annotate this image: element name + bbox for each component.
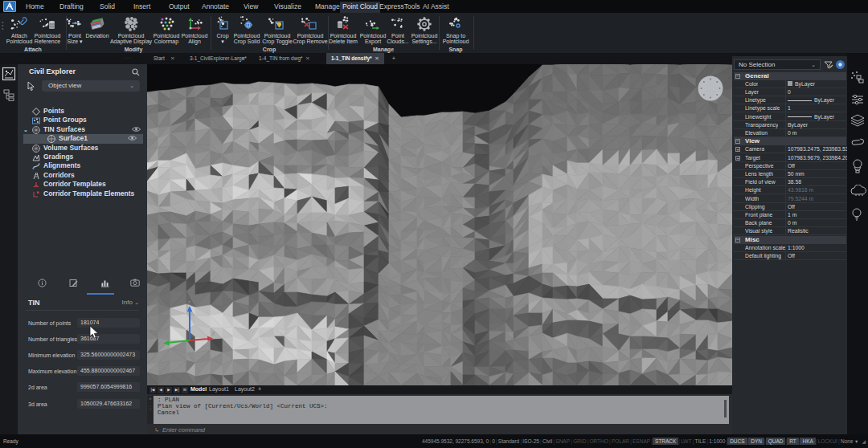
- svg-text:Y: Y: [158, 340, 162, 346]
- svg-text:X: X: [211, 331, 215, 336]
- svg-text:Z: Z: [187, 300, 191, 306]
